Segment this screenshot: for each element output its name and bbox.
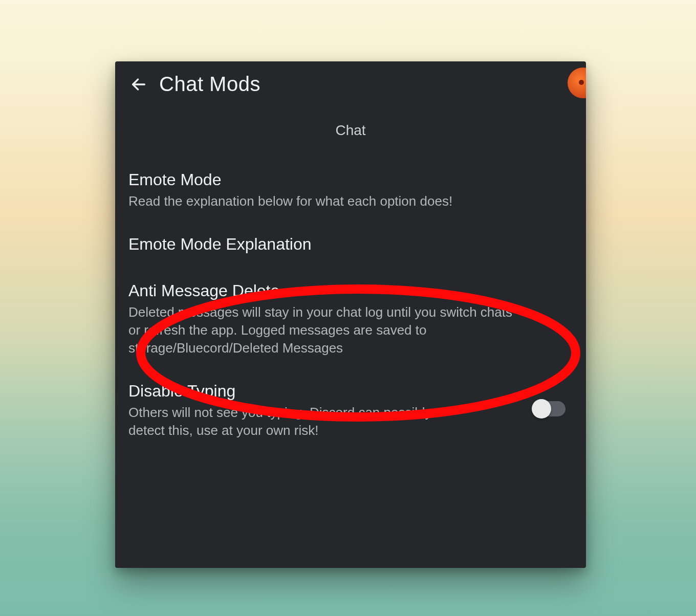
setting-description: Read the explanation below for what each… [128,192,517,210]
avatar-icon[interactable] [568,68,586,98]
toggle-knob [532,399,551,419]
setting-title: Emote Mode [128,170,568,189]
background-gradient: Chat Mods Chat Emote Mode Read the expla… [0,0,696,616]
page-title: Chat Mods [159,73,260,96]
toggle-switch[interactable] [533,401,566,416]
back-arrow-icon[interactable] [127,73,150,96]
setting-title: Disable Typing [128,382,568,401]
header-bar: Chat Mods [115,61,586,101]
settings-screen: Chat Mods Chat Emote Mode Read the expla… [115,61,586,568]
setting-emote-mode-explanation[interactable]: Emote Mode Explanation [125,224,571,270]
setting-title: Emote Mode Explanation [128,235,568,254]
setting-description: Deleted messages will stay in your chat … [128,303,517,357]
setting-title: Anti Message Delete [128,281,568,300]
setting-emote-mode[interactable]: Emote Mode Read the explanation below fo… [125,159,571,224]
setting-disable-typing[interactable]: Disable Typing Others will not see you t… [125,370,571,453]
section-label-chat: Chat [115,122,586,139]
setting-description: Others will not see you typing. Discord … [128,404,436,439]
setting-anti-message-delete[interactable]: Anti Message Delete Deleted messages wil… [125,270,571,370]
settings-list: Emote Mode Read the explanation below fo… [115,159,586,453]
